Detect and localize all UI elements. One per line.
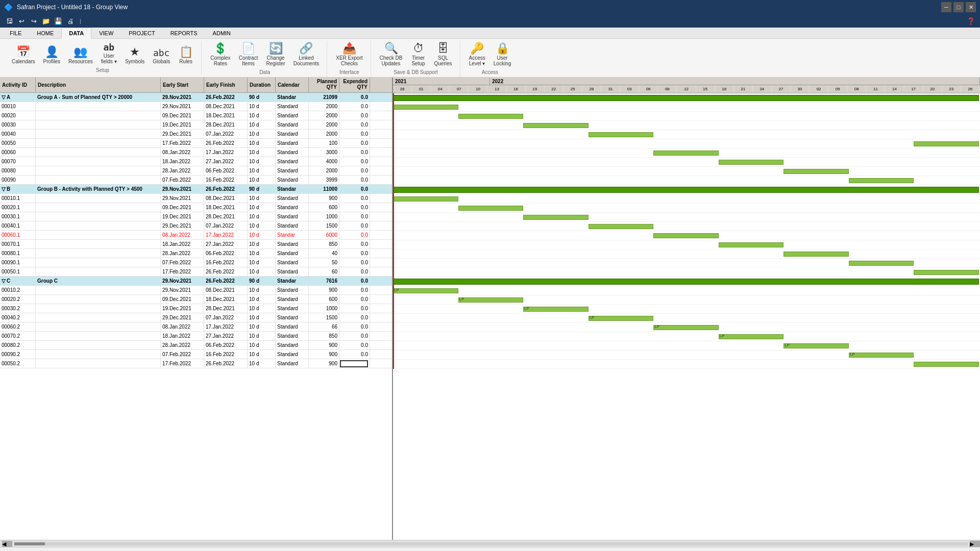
- check-db-button[interactable]: 🔍 Check DBUpdates: [376, 41, 406, 68]
- table-row[interactable]: 00070 18.Jan.2022 27.Jan.2022 10 d Stand…: [0, 157, 392, 166]
- table-row[interactable]: 00040.1 29.Dec.2021 07.Jan.2022 10 d Sta…: [0, 221, 392, 231]
- tab-reports[interactable]: REPORTS: [163, 28, 205, 39]
- table-row[interactable]: 00040 29.Dec.2021 07.Jan.2022 10 d Stand…: [0, 130, 392, 139]
- close-button[interactable]: ✕: [966, 2, 976, 12]
- table-row[interactable]: 00050 17.Feb.2022 26.Feb.2022 10 d Stand…: [0, 139, 392, 148]
- table-row[interactable]: ▽C Group C 29.Nov.2021 26.Feb.2022 90 d …: [0, 277, 392, 286]
- qa-open-button[interactable]: 📁: [41, 16, 51, 26]
- table-row[interactable]: 00040.2 29.Dec.2021 07.Jan.2022 10 d Sta…: [0, 313, 392, 322]
- table-row[interactable]: 00010 29.Nov.2021 08.Dec.2021 10 d Stand…: [0, 102, 392, 111]
- gantt-bar[interactable]: [393, 95, 979, 101]
- gantt-bar[interactable]: [653, 151, 719, 156]
- gantt-bar[interactable]: [653, 325, 719, 330]
- gantt-bar[interactable]: [589, 316, 654, 321]
- table-row[interactable]: 00070.2 18.Jan.2022 27.Jan.2022 10 d Sta…: [0, 332, 392, 341]
- tab-view[interactable]: VIEW: [91, 28, 121, 39]
- gantt-bar[interactable]: [523, 215, 589, 220]
- minimize-button[interactable]: ─: [941, 2, 951, 12]
- scroll-thumb[interactable]: [14, 542, 45, 545]
- complex-rates-button[interactable]: 💲 ComplexRates: [207, 41, 234, 68]
- gantt-bar[interactable]: [849, 261, 914, 266]
- table-row[interactable]: 00010.2 29.Nov.2021 08.Dec.2021 10 d Sta…: [0, 286, 392, 295]
- tab-data[interactable]: DATA: [61, 28, 91, 39]
- table-row[interactable]: 00090.1 07.Feb.2022 16.Feb.2022 10 d Sta…: [0, 258, 392, 267]
- xer-export-button[interactable]: 📤 XER ExportChecks: [332, 41, 366, 68]
- horizontal-scrollbar[interactable]: ◀ ▶: [0, 540, 980, 547]
- table-row[interactable]: 00020 09.Dec.2021 18.Dec.2021 10 d Stand…: [0, 111, 392, 120]
- gantt-bar[interactable]: [458, 114, 524, 119]
- user-fields-button[interactable]: ab Userfields ▾: [97, 41, 120, 66]
- scroll-right-button[interactable]: ▶: [970, 541, 980, 547]
- gantt-bar[interactable]: [719, 334, 784, 339]
- gantt-bar[interactable]: [523, 123, 589, 128]
- tab-file[interactable]: FILE: [2, 28, 29, 39]
- table-row[interactable]: 00020.1 09.Dec.2021 18.Dec.2021 10 d Sta…: [0, 203, 392, 212]
- gantt-bar[interactable]: [458, 297, 524, 303]
- gantt-bar[interactable]: [783, 169, 849, 174]
- table-row[interactable]: 00080.1 28.Jan.2022 06.Feb.2022 10 d Sta…: [0, 249, 392, 258]
- table-row[interactable]: ▽B Group B - Activity with Planned QTY >…: [0, 185, 392, 194]
- calendars-button[interactable]: 📅 Calendars: [8, 44, 39, 66]
- globals-button[interactable]: abc Globals: [149, 46, 174, 66]
- table-row[interactable]: 00080 28.Jan.2022 06.Feb.2022 10 d Stand…: [0, 166, 392, 176]
- table-row[interactable]: ▽A Group A - Sum of Planned QTY > 20000 …: [0, 93, 392, 102]
- rules-button[interactable]: 📋 Rules: [175, 44, 197, 66]
- tab-admin[interactable]: ADMIN: [205, 28, 238, 39]
- timer-setup-button[interactable]: ⏱ TimerSetup: [407, 41, 430, 68]
- gantt-bar[interactable]: [849, 353, 914, 358]
- gantt-bar[interactable]: [393, 196, 458, 202]
- table-row[interactable]: 00090.2 07.Feb.2022 16.Feb.2022 10 d Sta…: [0, 350, 392, 359]
- access-level-button[interactable]: 🔑 AccessLevel ▾: [465, 41, 489, 68]
- gantt-bar[interactable]: [914, 362, 979, 367]
- qa-help-button[interactable]: ❓: [966, 16, 976, 26]
- table-row[interactable]: 00070.1 18.Jan.2022 27.Jan.2022 10 d Sta…: [0, 240, 392, 249]
- table-row[interactable]: 00030.2 19.Dec.2021 28.Dec.2021 10 d Sta…: [0, 304, 392, 313]
- qty-input[interactable]: [340, 360, 368, 367]
- linked-docs-button[interactable]: 🔗 LinkedDocuments: [290, 41, 323, 68]
- resources-button[interactable]: 👥 Resources: [65, 44, 96, 66]
- symbols-button[interactable]: ★ Symbols: [121, 44, 148, 66]
- qa-cut-button[interactable]: 🖨: [65, 16, 76, 26]
- table-row[interactable]: 00050.2 17.Feb.2022 26.Feb.2022 10 d Sta…: [0, 359, 392, 368]
- sql-queries-button[interactable]: 🗄 SQLQueries: [431, 41, 456, 68]
- gantt-bar[interactable]: [719, 242, 784, 247]
- maximize-button[interactable]: □: [953, 2, 964, 12]
- table-row[interactable]: 00020.2 09.Dec.2021 18.Dec.2021 10 d Sta…: [0, 295, 392, 304]
- tab-home[interactable]: HOME: [29, 28, 61, 39]
- gantt-bar[interactable]: [523, 307, 589, 312]
- gantt-bar[interactable]: [589, 224, 654, 229]
- qa-redo-button[interactable]: ↪: [29, 16, 39, 26]
- profiles-button[interactable]: 👤 Profiles: [40, 44, 64, 66]
- gantt-bar[interactable]: [393, 187, 979, 193]
- gantt-bar[interactable]: [393, 279, 979, 285]
- gantt-bar[interactable]: [783, 252, 849, 257]
- gantt-bar[interactable]: [783, 343, 849, 348]
- gantt-bar[interactable]: [914, 141, 979, 146]
- tab-project[interactable]: PROJECT: [121, 28, 162, 39]
- table-row[interactable]: 00030.1 19.Dec.2021 28.Dec.2021 10 d Sta…: [0, 212, 392, 221]
- qa-print-button[interactable]: 💾: [53, 16, 63, 26]
- qa-save-button[interactable]: 🖫: [4, 16, 14, 26]
- gantt-bar[interactable]: [719, 160, 784, 165]
- table-row[interactable]: 00010.1 29.Nov.2021 08.Dec.2021 10 d Sta…: [0, 194, 392, 203]
- scroll-left-button[interactable]: ◀: [2, 541, 12, 547]
- table-row[interactable]: 00080.2 28.Jan.2022 06.Feb.2022 10 d Sta…: [0, 341, 392, 350]
- gantt-bar[interactable]: [393, 288, 458, 293]
- gantt-bar[interactable]: [458, 206, 524, 211]
- table-row[interactable]: 00030 19.Dec.2021 28.Dec.2021 10 d Stand…: [0, 120, 392, 130]
- change-register-button[interactable]: 🔄 ChangeRegister: [262, 41, 288, 68]
- qa-undo-button[interactable]: ↩: [16, 16, 27, 26]
- table-row[interactable]: 00060.2 08.Jan.2022 17.Jan.2022 10 d Sta…: [0, 322, 392, 332]
- scroll-track[interactable]: [14, 542, 968, 545]
- gantt-bar[interactable]: [589, 132, 654, 137]
- user-locking-button[interactable]: 🔒 UserLocking: [490, 41, 514, 68]
- gantt-bar[interactable]: [914, 270, 979, 275]
- gantt-bar[interactable]: [849, 178, 914, 183]
- gantt-bar[interactable]: [653, 233, 719, 238]
- table-row[interactable]: 00060.1 08.Jan.2022 17.Jan.2022 10 d Sta…: [0, 231, 392, 240]
- contract-items-button[interactable]: 📄 ContractItems: [235, 41, 262, 68]
- table-row[interactable]: 00050.1 17.Feb.2022 26.Feb.2022 10 d Sta…: [0, 267, 392, 277]
- gantt-bar[interactable]: [393, 105, 458, 110]
- table-row[interactable]: 00060 08.Jan.2022 17.Jan.2022 10 d Stand…: [0, 148, 392, 157]
- table-row[interactable]: 00090 07.Feb.2022 16.Feb.2022 10 d Stand…: [0, 176, 392, 185]
